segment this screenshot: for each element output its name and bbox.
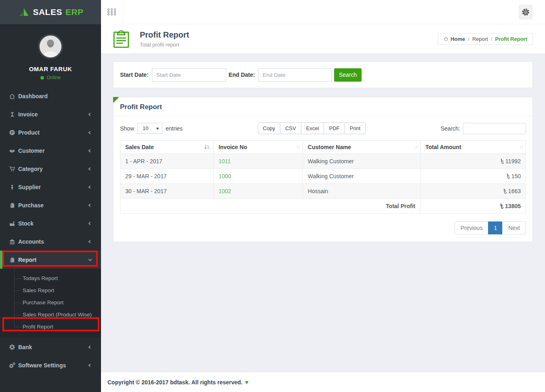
page-length-select[interactable]: 10 <box>138 123 162 133</box>
sidebar-item-report[interactable]: Report <box>0 251 101 269</box>
brand-logo[interactable]: SALES ERP <box>0 0 101 24</box>
footer: Copyright © 2016-2017 bdtask. All rights… <box>101 372 545 392</box>
customer-name-cell: Walking Customer <box>303 154 420 169</box>
sidebar-item-accounts[interactable]: Accounts <box>0 232 101 251</box>
gear-icon <box>8 344 16 350</box>
documents-icon <box>8 257 16 263</box>
table-row: 1 - APR - 2017 1011 Walking Customer 119… <box>120 154 526 169</box>
breadcrumb-report-link[interactable]: Report <box>472 36 488 42</box>
table-row: 30 - MAR - 2017 1002 Hossain 1663 <box>120 184 526 199</box>
profit-report-table: Sales Date Invoice No <box>120 140 526 214</box>
print-button[interactable]: Print <box>344 122 366 134</box>
chevron-left-icon <box>88 185 92 188</box>
chevron-left-icon <box>88 167 92 170</box>
total-amount-cell: 1663 <box>420 184 526 199</box>
excel-button[interactable]: Excel <box>301 122 324 134</box>
sidebar-item-purchase[interactable]: Purchase <box>0 196 101 214</box>
start-date-input[interactable] <box>152 68 226 82</box>
pagination-previous[interactable]: Previous <box>455 221 488 234</box>
page-length-select-wrap: 10 <box>137 123 162 134</box>
clipboard-report-icon <box>113 30 129 48</box>
sidebar-item-product[interactable]: P Product <box>0 123 101 141</box>
page-subtitle: Total profit report <box>140 42 189 48</box>
top-bar <box>101 0 545 24</box>
chevron-left-icon <box>88 112 92 116</box>
user-status-label: Online <box>46 75 61 80</box>
pagination-next[interactable]: Next <box>502 221 526 234</box>
sidebar-item-label: Software Settings <box>18 362 66 369</box>
grid-menu-icon <box>107 8 117 15</box>
documents-icon <box>8 202 16 209</box>
pdf-button[interactable]: PDF <box>324 122 345 134</box>
sidebar-item-label: Invoice <box>18 111 38 118</box>
sidebar-menu: Dashboard Invoice P Product <box>0 87 101 374</box>
panel-title: Profit Report <box>114 97 532 116</box>
table-search-input[interactable] <box>463 123 526 134</box>
chevron-left-icon <box>88 221 92 225</box>
invoice-link[interactable]: 1002 <box>219 188 231 194</box>
heart-icon: ♥ <box>245 379 248 386</box>
pagination-page-1[interactable]: 1 <box>488 221 503 234</box>
end-date-input[interactable] <box>258 68 332 82</box>
user-profile: OMAR FARUK Online <box>0 24 101 80</box>
user-status: Online <box>0 75 101 80</box>
submenu-item-profit-report[interactable]: Profit Report <box>0 321 101 333</box>
sidebar: SALES ERP OMAR FARUK Online <box>0 0 101 392</box>
show-label: Show <box>120 125 134 132</box>
online-dot-icon <box>40 76 44 80</box>
sidebar-item-dashboard[interactable]: Dashboard <box>0 87 101 105</box>
pagination: Previous 1 Next <box>120 221 526 234</box>
customer-name-cell: Walking Customer <box>303 169 420 184</box>
sort-both-icon <box>414 144 417 150</box>
sidebar-item-label: Dashboard <box>18 93 48 99</box>
cart-icon <box>8 166 16 172</box>
table-toolbar: Show 10 entries Copy CSV Excel PDF Print <box>114 116 532 139</box>
sails-logo-icon <box>17 7 29 17</box>
hourglass-icon <box>8 111 16 118</box>
sales-date-cell: 30 - MAR - 2017 <box>120 184 214 199</box>
invoice-no-cell: 1000 <box>213 169 303 184</box>
total-profit-amount: 13805 <box>420 199 526 214</box>
sidebar-item-label: Purchase <box>18 202 44 209</box>
gears-icon <box>8 362 16 369</box>
sidebar-item-software-settings[interactable]: Software Settings <box>0 356 101 374</box>
page-heading: Profit Report Total profit report Home /… <box>101 24 545 54</box>
sidebar-item-bank[interactable]: Bank <box>0 338 101 356</box>
sidebar-item-label: Accounts <box>18 238 44 245</box>
sidebar-item-label: Product <box>18 129 40 136</box>
chevron-left-icon <box>88 363 92 367</box>
home-icon <box>444 36 448 41</box>
taka-currency-icon <box>506 173 510 179</box>
submenu-item-sales-report[interactable]: Sales Report <box>0 285 101 297</box>
submenu-item-todays-report[interactable]: Todays Report <box>0 272 101 285</box>
table-total-row: Total Profit 13805 <box>120 199 526 214</box>
copy-button[interactable]: Copy <box>258 122 280 134</box>
user-name: OMAR FARUK <box>0 65 101 72</box>
csv-button[interactable]: CSV <box>280 122 301 134</box>
breadcrumb-separator: / <box>491 36 492 42</box>
submenu-item-label: Sales Report (Product Wise) <box>23 312 92 318</box>
submenu-item-sales-report-product-wise[interactable]: Sales Report (Product Wise) <box>0 309 101 321</box>
invoice-link[interactable]: 1000 <box>219 173 231 179</box>
sidebar-item-customer[interactable]: Customer <box>0 141 101 160</box>
column-header-customer-name[interactable]: Customer Name <box>303 141 420 154</box>
sales-date-cell: 1 - APR - 2017 <box>120 154 214 169</box>
date-filter-panel: Start Date: End Date: Search <box>113 61 533 88</box>
sidebar-item-supplier[interactable]: Supplier <box>0 178 101 196</box>
sidebar-item-invoice[interactable]: Invoice <box>0 105 101 123</box>
brand-erp: ERP <box>65 7 84 17</box>
sidebar-item-stock[interactable]: Stock <box>0 214 101 232</box>
bank-building-icon <box>8 238 16 245</box>
settings-button[interactable] <box>519 5 532 19</box>
breadcrumb: Home / Report / Profit Report <box>438 33 533 45</box>
breadcrumb-home-label: Home <box>450 36 465 42</box>
column-header-sales-date[interactable]: Sales Date <box>120 141 214 154</box>
app-grid-menu-button[interactable] <box>101 0 123 24</box>
invoice-link[interactable]: 1011 <box>219 158 231 164</box>
breadcrumb-home-link[interactable]: Home <box>444 36 465 42</box>
search-button[interactable]: Search <box>334 68 362 82</box>
sidebar-item-category[interactable]: Category <box>0 160 101 178</box>
submenu-item-purchase-report[interactable]: Purchase Report <box>0 297 101 309</box>
column-header-total-amount[interactable]: Total Amount <box>420 141 526 154</box>
column-header-invoice-no[interactable]: Invoice No <box>213 141 303 154</box>
